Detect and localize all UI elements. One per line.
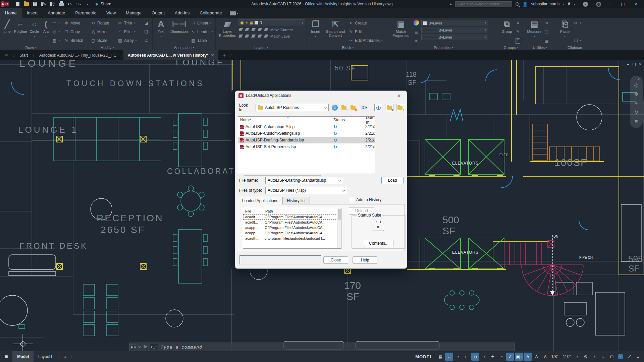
panel-label-modify[interactable]: Modify: [62, 45, 152, 50]
layer-select[interactable]: ☀ 0 ▾: [238, 19, 305, 26]
select-all-icon[interactable]: ❏: [544, 29, 549, 34]
mirror-button[interactable]: ⋀Mirror: [91, 29, 116, 35]
tab-view[interactable]: View: [101, 8, 121, 18]
new-folder-button[interactable]: ✱: [350, 104, 356, 111]
command-line[interactable]: × ⚒ >_▾ Type a command: [129, 343, 515, 351]
tab-tiny-house[interactable]: Autodesk AutoCAD ...- Tiny_House-2D_HC: [35, 50, 121, 60]
panel-label-groups[interactable]: Groups: [498, 45, 524, 50]
column-file[interactable]: File: [243, 208, 263, 214]
new-file-button[interactable]: [15, 2, 20, 7]
rotate-button[interactable]: ↻Rotate: [91, 20, 116, 26]
viewport-restore-icon[interactable]: ▢: [632, 62, 636, 66]
add-to-favorites-button[interactable]: +: [396, 104, 404, 111]
lineweight-list-icon[interactable]: ≡: [414, 39, 419, 44]
quick-select-icon[interactable]: ⍈: [544, 20, 549, 25]
layout1-tab[interactable]: Layout1: [34, 351, 57, 362]
make-current-button[interactable]: Make Current: [270, 28, 293, 32]
tab-collaborate[interactable]: Collaborate: [195, 8, 227, 18]
explode-button[interactable]: ❏: [144, 29, 149, 35]
help-button[interactable]: Help: [353, 256, 377, 264]
search-input[interactable]: [455, 1, 512, 7]
linetype-list-icon[interactable]: ≣: [414, 30, 419, 35]
user-menu-chevron-icon[interactable]: ▾: [563, 3, 564, 6]
dialog-close-icon[interactable]: ✕: [394, 93, 404, 99]
copy-button[interactable]: ❐Copy: [64, 29, 89, 35]
favorites-button[interactable]: ★: [385, 104, 393, 111]
cut-button[interactable]: ✂▾: [574, 20, 581, 26]
tab-version-history[interactable]: Autodesk AutoCAD L... w Version History*…: [123, 50, 218, 60]
color-wheel-icon[interactable]: [414, 20, 419, 25]
rectangle-tool[interactable]: ▭▾: [52, 20, 60, 26]
osnap-toggle[interactable]: ▣▾: [515, 353, 523, 361]
loaded-row[interactable]: acapp....C:\Program Files\Autodesk\AutoC…: [243, 225, 337, 230]
splitter[interactable]: [244, 175, 321, 176]
panel-label-layers[interactable]: Layers: [216, 45, 307, 50]
dimension-button[interactable]: ⊢⊣ Dimension: [169, 19, 190, 45]
panel-label-clipboard[interactable]: Clipboard: [556, 45, 596, 50]
snap-chevron-icon[interactable]: ▾: [454, 353, 462, 361]
polar-chevron-icon[interactable]: ▾: [480, 353, 488, 361]
layer-isolate-icon[interactable]: [245, 28, 249, 31]
scrollbar-thumb[interactable]: [338, 209, 341, 220]
workspace-chevron-icon[interactable]: ▾: [590, 353, 598, 361]
layout-menu-icon[interactable]: ≡: [0, 354, 12, 360]
steering-wheel-icon[interactable]: ◎: [634, 82, 638, 88]
layer-thaw-tool-icon[interactable]: [251, 35, 256, 38]
contents-button[interactable]: Contents...: [364, 240, 393, 247]
clean-screen-icon[interactable]: ⤢: [625, 353, 633, 361]
navbar-close-icon[interactable]: ✕: [637, 78, 640, 81]
join-button[interactable]: ⊂: [144, 38, 149, 44]
ungroup-icon[interactable]: ⧈: [516, 20, 520, 25]
save-button[interactable]: [32, 2, 38, 7]
paste-button[interactable]: ⎘ Paste▾: [557, 19, 572, 45]
match-layer-button[interactable]: Match Layer: [270, 34, 291, 38]
drawing-tabs-menu-icon[interactable]: ≡: [0, 52, 12, 58]
command-prompt-icon[interactable]: >_▾: [150, 344, 158, 350]
search-expand-icon[interactable]: ▶: [450, 3, 452, 6]
make-current-icon[interactable]: [264, 28, 268, 31]
autodesk-menu-chevron-icon[interactable]: ▾: [574, 3, 575, 6]
group-select-icon[interactable]: ⍇: [516, 38, 520, 44]
insert-block-button[interactable]: ❐ Insert▾: [308, 19, 323, 45]
help-chevron-icon[interactable]: ▾: [591, 3, 593, 6]
files-of-type-select[interactable]: AutoLISP Files (*.lsp): [265, 187, 347, 194]
save-as-button[interactable]: ✎: [41, 2, 47, 7]
search-icon[interactable]: [516, 2, 519, 6]
file-row[interactable]: AutoLISP-Automation-A.lsp ↻ 2/21/20: [238, 123, 375, 130]
scale-chevron-icon[interactable]: ▾: [573, 353, 581, 361]
column-date[interactable]: Date m: [364, 117, 375, 123]
layer-lock-tool-icon[interactable]: [258, 28, 262, 31]
loaded-applications-list[interactable]: File Path acadlt...C:\Program Files\Auto…: [243, 208, 341, 249]
up-one-level-button[interactable]: ↑: [341, 104, 347, 111]
open-file-button[interactable]: [23, 2, 29, 7]
text-button[interactable]: A Text▾: [154, 19, 168, 45]
plot-button[interactable]: [58, 2, 64, 7]
loaded-row[interactable]: acapp....C:\Program Files\Autodesk\AutoC…: [243, 230, 337, 236]
views-button[interactable]: ▾: [359, 104, 369, 111]
quick-calc-icon[interactable]: ▦: [544, 39, 549, 44]
layer-freeze-icon[interactable]: [251, 28, 256, 31]
dialog-title-bar[interactable]: A Load/Unload Applications ✕: [235, 91, 407, 100]
panel-label-draw[interactable]: Draw: [0, 45, 62, 50]
undo-button[interactable]: ↶▾: [67, 2, 73, 7]
username[interactable]: sebastian.harris: [531, 2, 559, 6]
line-button[interactable]: ╱ Line: [1, 19, 13, 45]
file-browser-list[interactable]: ⌃ Name Status Date m AutoLISP-Automation…: [238, 116, 375, 173]
array-button[interactable]: ▦Array▾: [118, 38, 142, 44]
column-name[interactable]: Name: [238, 117, 331, 123]
arc-button[interactable]: ( Arc▾: [41, 19, 51, 45]
minimize-button[interactable]: —: [604, 2, 614, 6]
load-button[interactable]: Load: [381, 177, 404, 184]
close-dialog-button[interactable]: Close: [323, 256, 348, 264]
osnap-tracking-toggle[interactable]: ∠: [506, 353, 514, 361]
open-from-mobile-button[interactable]: ⇧: [50, 2, 55, 7]
grid-toggle[interactable]: ▦: [436, 353, 444, 361]
group-button[interactable]: ⧉ Group: [499, 19, 514, 45]
hatch-tool[interactable]: ▨▾: [52, 38, 60, 44]
tab-add-ins[interactable]: Add-ins: [170, 8, 195, 18]
viewport-close-icon[interactable]: ×: [639, 62, 641, 66]
copy-clip-button[interactable]: ❐▾: [574, 38, 581, 44]
list-scrollbar[interactable]: [337, 208, 341, 248]
file-name-input[interactable]: AutoLISP-Drafting-Standards.lsp: [265, 177, 343, 184]
orbit-icon[interactable]: ↻: [634, 109, 639, 115]
